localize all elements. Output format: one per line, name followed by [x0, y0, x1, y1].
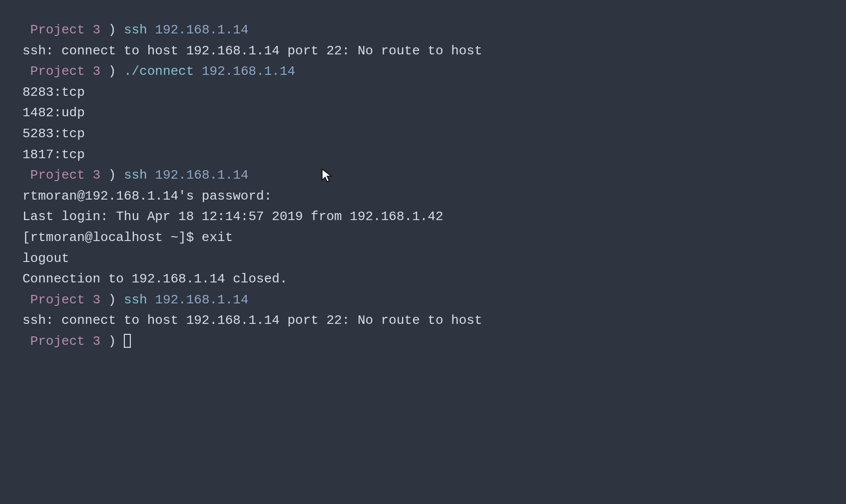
output-line: ssh: connect to host 192.168.1.14 port 2…	[22, 310, 824, 331]
output-line: logout	[22, 249, 824, 269]
command-arg: 192.168.1.14	[155, 292, 248, 307]
command-arg: 192.168.1.14	[202, 64, 295, 79]
prompt-label: Project 3	[30, 334, 100, 349]
command: ssh	[124, 168, 147, 183]
command-arg: 192.168.1.14	[155, 22, 248, 37]
output-line: 1817:tcp	[22, 145, 824, 166]
output-line: [rtmoran@localhost ~]$ exit	[22, 228, 824, 249]
prompt-label: Project 3	[30, 22, 100, 37]
prompt-line: Project 3 ) ssh 192.168.1.14	[22, 165, 824, 186]
output-line: Connection to 192.168.1.14 closed.	[22, 269, 824, 290]
output-line: Last login: Thu Apr 18 12:14:57 2019 fro…	[22, 207, 824, 228]
prompt-bracket: )	[108, 64, 116, 79]
output-line: 8283:tcp	[22, 82, 824, 103]
prompt-bracket: )	[108, 168, 116, 183]
prompt-line: Project 3 ) ssh 192.168.1.14	[22, 290, 824, 311]
output-line: rtmoran@192.168.1.14's password:	[22, 186, 824, 207]
prompt-bracket: )	[108, 22, 116, 37]
command-arg: 192.168.1.14	[155, 168, 248, 183]
prompt-bracket: )	[108, 334, 116, 349]
output-line: 1482:udp	[22, 103, 824, 124]
prompt-label: Project 3	[30, 168, 100, 183]
command: ssh	[124, 292, 147, 307]
terminal-output[interactable]: Project 3 ) ssh 192.168.1.14 ssh: connec…	[22, 20, 824, 352]
prompt-line: Project 3 ) ssh 192.168.1.14	[22, 20, 824, 41]
terminal-cursor	[124, 334, 131, 348]
prompt-line: Project 3 ) ./connect 192.168.1.14	[22, 61, 824, 82]
output-line: 5283:tcp	[22, 124, 824, 145]
output-line: ssh: connect to host 192.168.1.14 port 2…	[22, 41, 824, 62]
prompt-label: Project 3	[30, 64, 100, 79]
prompt-line-active[interactable]: Project 3 )	[22, 331, 824, 352]
prompt-label: Project 3	[30, 292, 100, 307]
command: ssh	[124, 22, 147, 37]
prompt-bracket: )	[108, 292, 116, 307]
command: ./connect	[124, 64, 194, 79]
